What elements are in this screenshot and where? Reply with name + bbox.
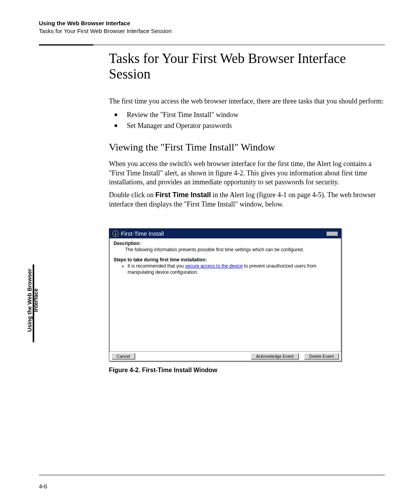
header-rule-thin [93,45,385,45]
window-controls-icon[interactable] [326,231,338,236]
chapter-name: Using the Web Browser Interface [39,20,130,26]
list-item: It is recommended that you secure access… [128,263,337,275]
text-run: It is recommended that you [128,263,185,269]
figure-caption: Figure 4-2. First-Time Install Window [109,367,385,374]
secure-access-link[interactable]: secure access to the device [185,263,243,269]
section-name: Tasks for Your First Web Browser Interfa… [39,28,172,34]
steps-label: Steps to take during first time installa… [114,257,337,262]
text-run: Double click on [109,191,155,199]
list-item: Review the "First Time Install" window [109,110,385,121]
task-list: Review the "First Time Install" window S… [109,110,385,131]
window-titlebar: i First-Time Install [109,229,341,238]
side-tab-line1: Using the Web Browser [26,269,33,332]
window-title: First-Time Install [121,230,164,237]
acknowledge-event-button[interactable]: Acknowledge Event [251,353,299,359]
bold-term: First Time Install [155,191,211,199]
side-tab-line2: Interface [33,261,39,339]
steps-list: It is recommended that you secure access… [122,263,337,275]
page-number: 4-6 [39,483,47,490]
cancel-button[interactable]: Cancel [112,353,135,359]
running-header: Using the Web Browser Interface Tasks fo… [39,19,385,35]
list-item: Set Manager and Operator passwords [109,121,385,131]
description-text: The following information presents possi… [125,247,337,252]
info-icon: i [112,231,119,237]
description-label: Description: [114,241,337,246]
window-body: Description: The following information p… [109,238,341,351]
screenshot-window: i First-Time Install Description: The fo… [109,228,341,361]
body-paragraph: When you access the switch's web browser… [109,159,385,187]
delete-event-button[interactable]: Delete Event [304,353,339,359]
side-tab: Using the Web Browser Interface [26,261,39,339]
subsection-heading: Viewing the "First Time Install" Window [109,142,385,153]
header-rule-thick [39,44,93,46]
page-title: Tasks for Your First Web Browser Interfa… [109,51,385,82]
window-footer: Cancel Acknowledge Event Delete Event [109,351,341,361]
footer-rule [39,475,385,475]
intro-paragraph: The first time you access the web browse… [109,97,385,106]
body-paragraph: Double click on First Time Install in th… [109,191,385,209]
